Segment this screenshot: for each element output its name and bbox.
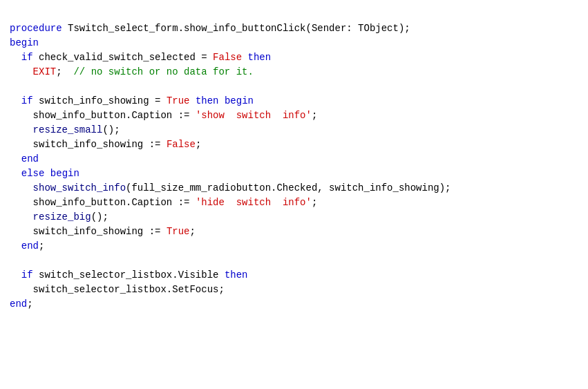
code-container: procedure Tswitch_select_form.show_info_… <box>10 7 578 312</box>
line-1: procedure Tswitch_select_form.show_info_… <box>10 23 410 34</box>
line-18: if switch_selector_listbox.Visible then <box>10 269 248 281</box>
line-6: if switch_info_showing = True then begin <box>10 95 254 106</box>
line-2: begin <box>10 37 39 48</box>
line-11: else begin <box>10 168 79 179</box>
line-9: switch_info_showing := False; <box>10 139 201 150</box>
line-10: end <box>10 153 39 164</box>
line-3: if check_valid_switch_selected = False t… <box>10 52 271 63</box>
line-16: end; <box>10 240 44 252</box>
line-14: resize_big(); <box>10 211 108 222</box>
line-19: switch_selector_listbox.SetFocus; <box>10 284 225 295</box>
line-20: end; <box>10 298 33 310</box>
line-15: switch_info_showing := True; <box>10 226 196 237</box>
line-8: resize_small(); <box>10 124 120 135</box>
line-13: show_info_button.Caption := 'hide switch… <box>10 197 317 208</box>
line-7: show_info_button.Caption := 'show switch… <box>10 110 317 121</box>
line-4: EXIT; // no switch or no data for it. <box>10 66 254 77</box>
line-12: show_switch_info(full_size_mm_radiobutto… <box>10 182 451 193</box>
